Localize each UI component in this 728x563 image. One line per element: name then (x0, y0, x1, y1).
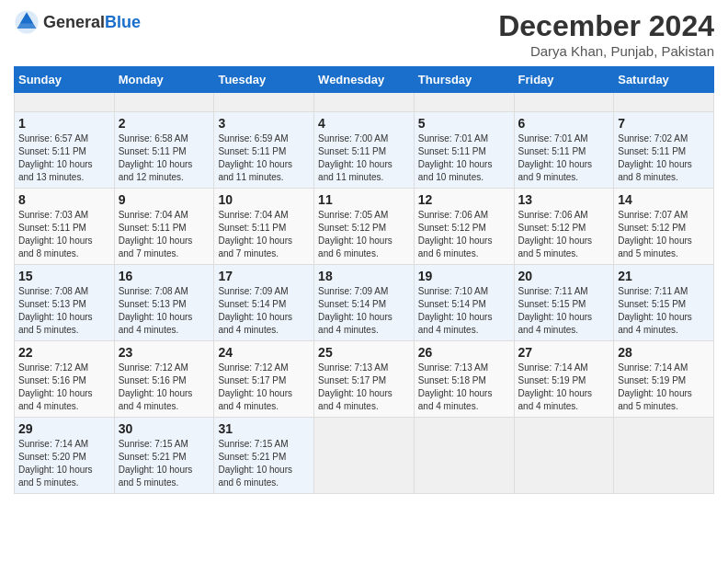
day-info: Sunrise: 7:02 AM Sunset: 5:11 PM Dayligh… (618, 132, 710, 184)
calendar-week-row: 8 Sunrise: 7:03 AM Sunset: 5:11 PM Dayli… (15, 189, 714, 265)
day-info: Sunrise: 7:09 AM Sunset: 5:14 PM Dayligh… (218, 285, 310, 337)
day-info: Sunrise: 7:10 AM Sunset: 5:14 PM Dayligh… (418, 285, 510, 337)
day-number: 7 (618, 116, 710, 131)
day-number: 29 (18, 421, 110, 436)
table-row: 11 Sunrise: 7:05 AM Sunset: 5:12 PM Dayl… (314, 189, 415, 265)
day-number: 5 (418, 116, 510, 131)
day-number: 24 (218, 345, 310, 360)
location-title: Darya Khan, Punjab, Pakistan (498, 43, 714, 59)
logo-general-text: General (43, 13, 105, 31)
table-row (414, 418, 514, 494)
table-row: 25 Sunrise: 7:13 AM Sunset: 5:17 PM Dayl… (314, 341, 415, 418)
day-number: 11 (318, 192, 410, 207)
table-row: 26 Sunrise: 7:13 AM Sunset: 5:18 PM Dayl… (414, 341, 514, 418)
day-number: 16 (119, 269, 210, 283)
day-info: Sunrise: 7:07 AM Sunset: 5:12 PM Dayligh… (618, 209, 710, 260)
table-row: 5 Sunrise: 7:01 AM Sunset: 5:11 PM Dayli… (414, 112, 514, 189)
day-info: Sunrise: 7:14 AM Sunset: 5:19 PM Dayligh… (618, 362, 710, 413)
day-info: Sunrise: 7:08 AM Sunset: 5:13 PM Dayligh… (119, 285, 210, 337)
calendar-week-row (15, 93, 714, 112)
table-row (314, 418, 415, 494)
table-row: 18 Sunrise: 7:09 AM Sunset: 5:14 PM Dayl… (314, 265, 415, 341)
day-number: 2 (119, 116, 210, 131)
table-row (114, 93, 214, 112)
day-info: Sunrise: 7:11 AM Sunset: 5:15 PM Dayligh… (618, 285, 710, 337)
table-row: 23 Sunrise: 7:12 AM Sunset: 5:16 PM Dayl… (114, 341, 214, 418)
month-title: December 2024 (498, 9, 714, 43)
table-row: 6 Sunrise: 7:01 AM Sunset: 5:11 PM Dayli… (514, 112, 614, 189)
title-area: December 2024 Darya Khan, Punjab, Pakist… (498, 9, 714, 59)
table-row: 16 Sunrise: 7:08 AM Sunset: 5:13 PM Dayl… (114, 265, 214, 341)
calendar-week-row: 1 Sunrise: 6:57 AM Sunset: 5:11 PM Dayli… (15, 112, 714, 189)
day-info: Sunrise: 6:57 AM Sunset: 5:11 PM Dayligh… (18, 132, 110, 184)
col-thursday: Thursday (414, 67, 514, 93)
day-number: 12 (418, 192, 510, 207)
day-info: Sunrise: 7:12 AM Sunset: 5:16 PM Dayligh… (119, 362, 210, 413)
col-wednesday: Wednesday (314, 67, 415, 93)
day-number: 22 (18, 345, 110, 360)
calendar-container: GeneralBlue December 2024 Darya Khan, Pu… (0, 0, 728, 503)
table-row: 19 Sunrise: 7:10 AM Sunset: 5:14 PM Dayl… (414, 265, 514, 341)
col-monday: Monday (114, 67, 214, 93)
table-row: 27 Sunrise: 7:14 AM Sunset: 5:19 PM Dayl… (514, 341, 614, 418)
logo: GeneralBlue (14, 9, 141, 35)
day-info: Sunrise: 7:04 AM Sunset: 5:11 PM Dayligh… (218, 209, 310, 260)
table-row (614, 418, 714, 494)
table-row: 1 Sunrise: 6:57 AM Sunset: 5:11 PM Dayli… (15, 112, 115, 189)
table-row: 10 Sunrise: 7:04 AM Sunset: 5:11 PM Dayl… (214, 189, 314, 265)
day-number: 25 (318, 345, 410, 360)
col-saturday: Saturday (614, 67, 714, 93)
logo-blue-text: Blue (105, 13, 141, 31)
table-row: 31 Sunrise: 7:15 AM Sunset: 5:21 PM Dayl… (214, 418, 314, 494)
day-number: 19 (418, 269, 510, 283)
table-row (214, 93, 314, 112)
day-number: 30 (119, 421, 210, 436)
table-row: 2 Sunrise: 6:58 AM Sunset: 5:11 PM Dayli… (114, 112, 214, 189)
day-info: Sunrise: 7:01 AM Sunset: 5:11 PM Dayligh… (418, 132, 510, 184)
day-number: 13 (518, 192, 610, 207)
day-info: Sunrise: 7:12 AM Sunset: 5:17 PM Dayligh… (218, 362, 310, 413)
table-row (514, 418, 614, 494)
table-row (414, 93, 514, 112)
day-info: Sunrise: 7:01 AM Sunset: 5:11 PM Dayligh… (518, 132, 610, 184)
table-row: 4 Sunrise: 7:00 AM Sunset: 5:11 PM Dayli… (314, 112, 415, 189)
day-number: 21 (618, 269, 710, 283)
table-row: 28 Sunrise: 7:14 AM Sunset: 5:19 PM Dayl… (614, 341, 714, 418)
table-row: 17 Sunrise: 7:09 AM Sunset: 5:14 PM Dayl… (214, 265, 314, 341)
day-number: 26 (418, 345, 510, 360)
day-info: Sunrise: 6:59 AM Sunset: 5:11 PM Dayligh… (218, 132, 310, 184)
day-info: Sunrise: 7:12 AM Sunset: 5:16 PM Dayligh… (18, 362, 110, 413)
day-info: Sunrise: 7:13 AM Sunset: 5:17 PM Dayligh… (318, 362, 410, 413)
day-info: Sunrise: 7:05 AM Sunset: 5:12 PM Dayligh… (318, 209, 410, 260)
table-row: 8 Sunrise: 7:03 AM Sunset: 5:11 PM Dayli… (15, 189, 115, 265)
col-tuesday: Tuesday (214, 67, 314, 93)
table-row: 7 Sunrise: 7:02 AM Sunset: 5:11 PM Dayli… (614, 112, 714, 189)
table-row: 3 Sunrise: 6:59 AM Sunset: 5:11 PM Dayli… (214, 112, 314, 189)
day-info: Sunrise: 7:14 AM Sunset: 5:20 PM Dayligh… (18, 438, 110, 489)
day-number: 8 (18, 192, 110, 207)
table-row: 21 Sunrise: 7:11 AM Sunset: 5:15 PM Dayl… (614, 265, 714, 341)
table-row: 13 Sunrise: 7:06 AM Sunset: 5:12 PM Dayl… (514, 189, 614, 265)
table-row (15, 93, 115, 112)
day-number: 28 (618, 345, 710, 360)
table-row (514, 93, 614, 112)
table-row: 20 Sunrise: 7:11 AM Sunset: 5:15 PM Dayl… (514, 265, 614, 341)
calendar-table: Sunday Monday Tuesday Wednesday Thursday… (14, 66, 714, 494)
day-info: Sunrise: 7:06 AM Sunset: 5:12 PM Dayligh… (518, 209, 610, 260)
day-number: 1 (18, 116, 110, 131)
day-info: Sunrise: 7:13 AM Sunset: 5:18 PM Dayligh… (418, 362, 510, 413)
day-info: Sunrise: 7:15 AM Sunset: 5:21 PM Dayligh… (119, 438, 210, 489)
day-info: Sunrise: 7:14 AM Sunset: 5:19 PM Dayligh… (518, 362, 610, 413)
day-number: 15 (18, 269, 110, 283)
calendar-header-row: Sunday Monday Tuesday Wednesday Thursday… (15, 67, 714, 93)
day-info: Sunrise: 7:08 AM Sunset: 5:13 PM Dayligh… (18, 285, 110, 337)
header: GeneralBlue December 2024 Darya Khan, Pu… (14, 9, 714, 59)
logo-icon (14, 9, 40, 35)
table-row (614, 93, 714, 112)
day-info: Sunrise: 6:58 AM Sunset: 5:11 PM Dayligh… (119, 132, 210, 184)
table-row: 12 Sunrise: 7:06 AM Sunset: 5:12 PM Dayl… (414, 189, 514, 265)
table-row: 14 Sunrise: 7:07 AM Sunset: 5:12 PM Dayl… (614, 189, 714, 265)
day-number: 3 (218, 116, 310, 131)
table-row: 29 Sunrise: 7:14 AM Sunset: 5:20 PM Dayl… (15, 418, 115, 494)
day-number: 17 (218, 269, 310, 283)
